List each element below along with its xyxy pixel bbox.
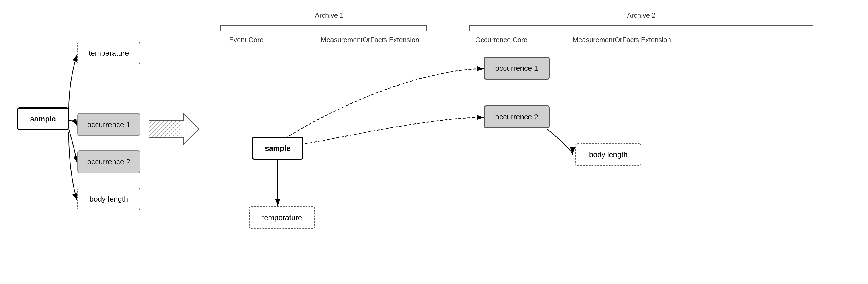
event-core-label: Event Core: [229, 36, 301, 44]
temperature-right-node: temperature: [249, 206, 315, 229]
archive2-label: Archive 2: [584, 11, 699, 20]
occurrence2-right-node: occurrence 2: [484, 105, 550, 128]
occurrence1-right-node: occurrence 1: [484, 57, 550, 80]
temperature-left-node: temperature: [77, 41, 140, 64]
temperature-right-label: temperature: [262, 213, 302, 222]
bodylength-left-label: body length: [90, 195, 128, 203]
bodylength-right-label: body length: [589, 150, 627, 159]
bodylength-right-node: body length: [576, 143, 641, 166]
diagram-container: sample temperature occurrence 1 occurren…: [0, 0, 868, 284]
measurement-extension-label-2: MeasurementOrFacts Extension: [572, 36, 681, 44]
bodylength-left-node: body length: [77, 188, 140, 211]
occurrence1-left-node: occurrence 1: [77, 113, 140, 136]
occurrence-core-label: Occurrence Core: [475, 36, 555, 44]
archive1-label: Archive 1: [286, 11, 372, 20]
occurrence2-left-node: occurrence 2: [77, 150, 140, 173]
occurrence1-left-label: occurrence 1: [87, 120, 130, 129]
temperature-left-label: temperature: [89, 49, 129, 58]
occurrence1-right-label: occurrence 1: [495, 64, 538, 73]
transformation-arrow: [149, 112, 200, 146]
measurement-extension-label-1: MeasurementOrFacts Extension: [321, 36, 424, 44]
sample-right-label: sample: [265, 144, 290, 153]
sample-right-node: sample: [252, 137, 304, 160]
svg-marker-11: [149, 113, 199, 145]
occurrence2-left-label: occurrence 2: [87, 157, 130, 166]
occurrence2-right-label: occurrence 2: [495, 113, 538, 121]
sample-left-label: sample: [30, 115, 56, 123]
sample-left-node: sample: [17, 107, 69, 130]
